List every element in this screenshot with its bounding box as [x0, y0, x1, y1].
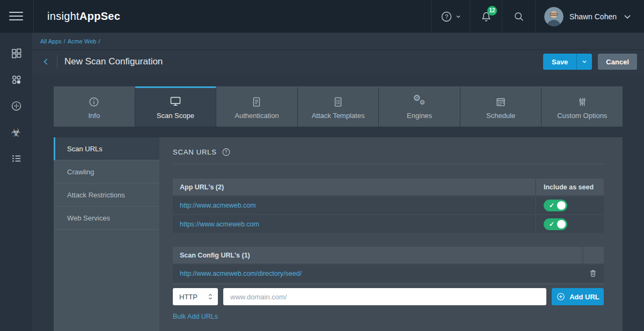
- tab-label: Custom Options: [557, 112, 607, 120]
- table-row: http://www.acmeweb.com/directory/seed/: [173, 264, 604, 282]
- save-button[interactable]: Save: [543, 54, 576, 70]
- subnav-item-crawling[interactable]: Crawling: [54, 160, 159, 183]
- tab-label: Info: [88, 112, 100, 120]
- add-url-row: HTTP Add URL: [173, 288, 604, 305]
- tab-custom-options[interactable]: Custom Options: [541, 86, 623, 127]
- include-seed-toggle[interactable]: ✓: [544, 200, 567, 211]
- sidebar-item-vulnerabilities[interactable]: ☣: [0, 119, 32, 145]
- tab-engines[interactable]: ⚙ ⚙ Engines: [379, 86, 460, 127]
- breadcrumb-acme-web[interactable]: Acme Web: [68, 38, 97, 45]
- tab-label: Authentication: [235, 112, 279, 120]
- trash-icon: [589, 269, 597, 278]
- breadcrumb-separator: /: [64, 38, 65, 45]
- table-bottom-divider: [173, 284, 604, 284]
- save-dropdown-button[interactable]: [576, 54, 592, 70]
- table-row: https://www.acmeweb.com ✓: [173, 215, 604, 233]
- subnav-item-scan-urls[interactable]: Scan URLs: [54, 137, 159, 160]
- url-input[interactable]: [223, 288, 546, 305]
- logo-insight: insight: [47, 10, 79, 23]
- subnav-label: Web Services: [67, 214, 110, 222]
- bulk-add-urls-link[interactable]: Bulk Add URLs: [173, 313, 218, 320]
- header-divider: [33, 0, 34, 33]
- config-tabs: Info Scan Scope Authentication Attack Te…: [54, 86, 623, 127]
- delete-url-button[interactable]: [582, 264, 604, 282]
- tab-label: Scan Scope: [157, 112, 194, 120]
- chevron-down-icon: [455, 13, 462, 20]
- table-row: http://www.acmeweb.com ✓: [173, 196, 604, 214]
- app-url-link[interactable]: https://www.acmeweb.com: [180, 220, 259, 228]
- tab-info[interactable]: Info: [54, 86, 135, 127]
- select-spinner-icon: [207, 292, 214, 301]
- search-button[interactable]: [502, 0, 535, 33]
- app-urls-header-cell: App URL's (2): [173, 179, 535, 195]
- gears-icon: ⚙ ⚙: [413, 95, 427, 108]
- scan-config-url-link[interactable]: http://www.acmeweb.com/directory/seed/: [180, 270, 302, 277]
- target-icon: [10, 100, 23, 112]
- dashboard-grid-icon: [10, 47, 23, 60]
- info-icon: [88, 95, 100, 108]
- back-chevron-icon[interactable]: [41, 56, 52, 67]
- include-seed-toggle[interactable]: ✓: [544, 218, 567, 230]
- subnav-label: Scan URLs: [67, 145, 103, 153]
- subnav-label: Attack Restrictions: [67, 191, 125, 199]
- tab-authentication[interactable]: Authentication: [216, 86, 298, 127]
- cancel-button[interactable]: Cancel: [598, 54, 637, 70]
- tab-scan-scope[interactable]: Scan Scope: [135, 86, 217, 127]
- title-bar: New Scan Configuration Save Cancel: [32, 50, 644, 73]
- actions-header-cell: [582, 247, 604, 263]
- subnav-item-web-services[interactable]: Web Services: [54, 207, 159, 230]
- svg-text:?: ?: [224, 149, 227, 155]
- sidebar-item-apps[interactable]: [0, 67, 32, 93]
- section-divider: [173, 164, 604, 164]
- app-urls-table-header: App URL's (2) Include as seed: [173, 179, 604, 195]
- include-as-seed-header-cell: Include as seed: [535, 179, 604, 195]
- search-icon: [513, 11, 525, 23]
- breadcrumb-all-apps[interactable]: All Apps: [40, 38, 62, 45]
- tab-schedule[interactable]: Schedule: [460, 86, 542, 127]
- tab-attack-templates[interactable]: Attack Templates: [298, 86, 379, 127]
- biohazard-icon: ☣: [11, 127, 21, 138]
- help-circle-icon[interactable]: ?: [222, 148, 231, 157]
- help-icon: ?: [440, 10, 453, 23]
- scan-scope-subnav: Scan URLs Crawling Attack Restrictions W…: [54, 137, 159, 331]
- page-title: New Scan Configuration: [64, 56, 163, 67]
- app-header: insightAppSec ? 12: [0, 0, 644, 33]
- section-title: SCAN URLS: [173, 148, 217, 156]
- chevron-down-icon: [623, 12, 632, 21]
- avatar: [544, 7, 564, 26]
- subnav-label: Crawling: [67, 168, 94, 176]
- add-url-label: Add URL: [569, 293, 599, 301]
- apps-dots-icon: [10, 73, 23, 86]
- title-divider: [57, 55, 57, 68]
- sidebar-item-dashboard[interactable]: [0, 40, 32, 67]
- app-urls-table: App URL's (2) Include as seed http://www…: [173, 179, 604, 233]
- sliders-icon: [576, 95, 588, 108]
- protocol-select[interactable]: HTTP: [173, 288, 218, 305]
- hamburger-menu-icon[interactable]: [9, 12, 23, 20]
- scan-config-urls-table: Scan Config URL's (1) http://www.acmeweb…: [173, 247, 604, 282]
- save-split-button: Save: [543, 54, 592, 70]
- user-menu[interactable]: Shawn Cohen: [535, 0, 644, 33]
- breadcrumb-separator: /: [98, 38, 100, 45]
- tab-label: Engines: [407, 112, 432, 120]
- tab-label: Attack Templates: [312, 112, 365, 120]
- sidebar-item-scans[interactable]: [0, 93, 32, 119]
- sidebar-item-logs[interactable]: [0, 145, 32, 172]
- scan-config-urls-table-header: Scan Config URL's (1): [173, 247, 604, 263]
- logo-appsec: AppSec: [79, 10, 120, 23]
- list-icon: [10, 152, 23, 165]
- scan-config-urls-header-cell: Scan Config URL's (1): [173, 247, 582, 263]
- add-url-button[interactable]: Add URL: [552, 288, 604, 305]
- app-logo: insightAppSec: [47, 0, 120, 33]
- template-list-icon: [332, 95, 344, 108]
- subnav-item-attack-restrictions[interactable]: Attack Restrictions: [54, 183, 159, 207]
- breadcrumb: All Apps / Acme Web /: [32, 33, 644, 50]
- notifications-button[interactable]: 12: [470, 0, 502, 33]
- app-url-link[interactable]: http://www.acmeweb.com: [180, 202, 256, 209]
- document-icon: [251, 95, 262, 108]
- scan-urls-panel: SCAN URLS ? App URL's (2) Include as see…: [159, 137, 623, 331]
- protocol-value: HTTP: [179, 293, 197, 301]
- help-menu[interactable]: ?: [431, 0, 470, 33]
- notification-count-badge: 12: [487, 6, 497, 16]
- tab-label: Schedule: [486, 112, 515, 120]
